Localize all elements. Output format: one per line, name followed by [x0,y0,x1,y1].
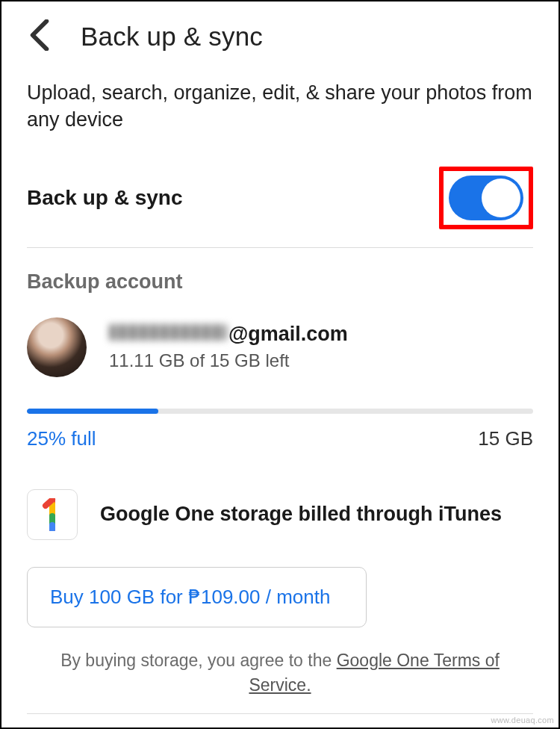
disclaimer-prefix: By buying storage, you agree to the [60,651,337,670]
description-text: Upload, search, organize, edit, & share … [1,75,559,152]
page-title: Back up & sync [81,22,263,52]
email-domain: @gmail.com [228,323,348,346]
progress-bar [27,409,533,414]
watermark: www.deuaq.com [491,716,554,725]
percent-full-label: 25% full [27,427,96,450]
backup-sync-row: Back up & sync [1,152,559,247]
account-text: @gmail.com 11.11 GB of 15 GB left [109,323,348,371]
google-one-row: Google One storage billed through iTunes [1,453,559,558]
storage-left-text: 11.11 GB of 15 GB left [109,350,348,371]
account-row[interactable]: @gmail.com 11.11 GB of 15 GB left [1,304,559,386]
email-redacted [109,324,227,341]
disclaimer-text: By buying storage, you agree to the Goog… [1,627,559,707]
header: Back up & sync [1,1,559,75]
google-one-billing-text: Google One storage billed through iTunes [100,503,502,526]
toggle-knob [482,179,520,217]
progress-labels: 25% full 15 GB [27,414,533,453]
account-email: @gmail.com [109,323,348,346]
backup-sync-toggle[interactable] [449,176,523,220]
divider [27,713,533,714]
avatar [27,317,87,377]
google-one-icon [27,489,78,540]
backup-sync-label: Back up & sync [27,186,183,210]
total-storage-label: 15 GB [478,427,533,450]
highlight-box [439,167,533,229]
back-icon[interactable] [28,19,51,54]
backup-account-label: Backup account [1,248,559,304]
storage-progress: 25% full 15 GB [1,386,559,453]
buy-storage-button[interactable]: Buy 100 GB for ₱109.00 / month [27,567,367,627]
progress-fill [27,409,158,414]
